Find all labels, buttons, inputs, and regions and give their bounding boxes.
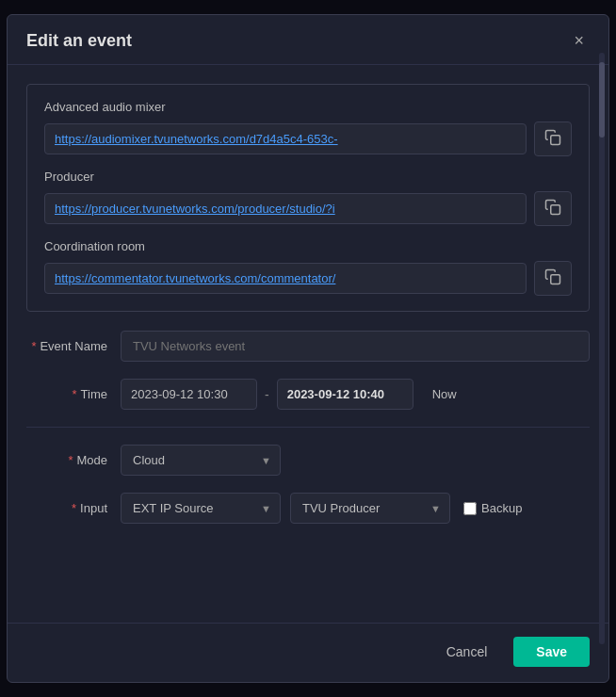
modal-header: Edit an event × [8,15,608,65]
producer-row: https://producer.tvunetworks.com/produce… [44,191,572,226]
time-row: *Time - Now [26,379,590,410]
producer-copy-button[interactable] [534,191,572,226]
scrollbar-track[interactable] [599,53,605,644]
modal-overlay: Edit an event × Advanced audio mixer htt… [0,0,616,697]
required-star-time: * [73,387,77,401]
audio-mixer-row: https://audiomixer.tvunetworks.com/d7d4a… [44,122,572,156]
svg-rect-1 [551,205,560,215]
producer-url[interactable]: https://producer.tvunetworks.com/produce… [44,193,527,224]
mode-select[interactable]: Cloud On-Premise [121,445,281,476]
backup-label[interactable]: Backup [463,501,522,515]
audio-mixer-label: Advanced audio mixer [44,100,572,114]
input2-select[interactable]: TVU Producer Other [290,493,450,524]
audio-mixer-url[interactable]: https://audiomixer.tvunetworks.com/d7d4a… [44,123,527,154]
time-label: *Time [26,387,121,401]
input-select[interactable]: EXT IP Source EXT Source Internal [121,493,281,524]
coordination-row: https://commentator.tvunetworks.com/comm… [44,261,572,296]
input-select-wrapper: EXT IP Source EXT Source Internal ▼ [121,493,281,524]
close-button[interactable]: × [568,30,590,51]
backup-checkbox[interactable] [463,502,477,515]
producer-label: Producer [44,170,572,184]
copy-icon-3 [544,268,561,288]
now-button[interactable]: Now [425,383,464,405]
copy-icon-2 [544,199,561,219]
event-name-label: *Event Name [26,339,121,353]
links-section: Advanced audio mixer https://audiomixer.… [26,84,590,312]
input-selects: EXT IP Source EXT Source Internal ▼ TVU … [121,493,590,524]
svg-rect-2 [551,275,560,284]
mode-select-wrapper: Cloud On-Premise ▼ [121,445,281,476]
time-end-input[interactable] [277,379,413,410]
time-separator: - [265,387,269,402]
input-row: *Input EXT IP Source EXT Source Internal… [26,493,590,524]
form-section: *Event Name *Time - Now [26,331,590,524]
coordination-label: Coordination room [44,239,572,253]
modal-title: Edit an event [26,31,132,51]
audio-mixer-copy-button[interactable] [534,122,572,156]
scrollbar-thumb[interactable] [599,62,605,138]
time-start-input[interactable] [121,379,257,410]
required-star-name: * [31,339,36,353]
required-star-input: * [72,501,76,515]
modal-body: Advanced audio mixer https://audiomixer.… [8,65,608,623]
form-divider [26,427,590,428]
backup-text: Backup [481,501,522,515]
event-name-input[interactable] [121,331,590,362]
modal-footer: Cancel Save [8,623,608,682]
input2-select-wrapper: TVU Producer Other ▼ [290,493,450,524]
svg-rect-0 [551,136,560,145]
required-star-mode: * [68,453,73,467]
mode-label: *Mode [26,453,121,467]
time-inputs: - Now [121,379,590,410]
copy-icon [544,129,561,149]
mode-row: *Mode Cloud On-Premise ▼ [26,445,590,476]
coordination-copy-button[interactable] [534,261,572,296]
event-name-row: *Event Name [26,331,590,362]
cancel-button[interactable]: Cancel [430,637,505,667]
input-label: *Input [26,501,121,515]
coordination-url[interactable]: https://commentator.tvunetworks.com/comm… [44,263,527,294]
save-button[interactable]: Save [513,637,590,667]
edit-event-modal: Edit an event × Advanced audio mixer htt… [7,14,609,683]
